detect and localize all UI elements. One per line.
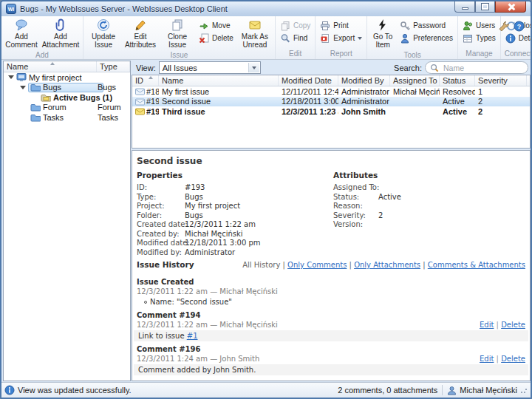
sort-ascending-icon <box>149 76 153 79</box>
filter-comments-attachments-link[interactable]: Comments & Attachments <box>428 261 525 269</box>
issue-row-unread[interactable]: #195 Third issue 12/3/2011 1:23 am John … <box>132 106 530 117</box>
attribute-value: Active <box>378 193 401 202</box>
tree-column-type[interactable]: Type <box>97 61 130 72</box>
tree-item-project[interactable]: My first project <box>4 72 130 83</box>
bullet-icon <box>144 301 147 304</box>
comment-title: Comment #196 <box>137 345 200 353</box>
tree-item-active-bugs[interactable]: Active Bugs (1) <box>4 92 130 103</box>
mark-as-unread-button[interactable]: Mark As Unread <box>236 17 273 51</box>
key-icon <box>400 21 410 31</box>
copy-button[interactable]: Copy <box>277 19 313 32</box>
tree-type-value: Forum <box>98 103 121 112</box>
add-comment-button[interactable]: Add Comment <box>3 17 40 51</box>
read-envelope-icon <box>135 87 145 95</box>
print-button[interactable]: Print <box>317 19 365 32</box>
issue-details-panel: Second issue Properties ID:#193 Type:Bug… <box>132 150 531 381</box>
project-icon <box>16 72 27 82</box>
view-select[interactable]: All Issues <box>159 61 261 74</box>
person-gear-icon <box>400 33 410 44</box>
property-value: #193 <box>185 183 205 193</box>
help-icon[interactable]: ? <box>514 21 525 32</box>
clone-issue-button[interactable]: Clone Issue <box>159 17 196 51</box>
column-modified-date[interactable]: Modified Date <box>279 75 338 86</box>
move-arrow-icon <box>199 21 209 31</box>
group-label-manage: Manage <box>460 50 499 59</box>
edit-attributes-button[interactable]: Edit Attributes <box>122 17 159 51</box>
add-attachment-button[interactable]: Add Attachment <box>40 17 81 51</box>
users-button[interactable]: Users <box>460 19 499 32</box>
attribute-label: Status: <box>333 193 378 202</box>
preferences-button[interactable]: Preferences <box>397 32 456 44</box>
sort-ascending-icon <box>50 62 55 65</box>
go-to-item-button[interactable]: Go To Item <box>369 17 397 51</box>
delete-comment-link[interactable]: Delete <box>501 321 525 329</box>
issue-row[interactable]: #188 My first issue 12/11/2011 12:46 pm … <box>132 86 530 97</box>
delete-button[interactable]: Delete <box>196 32 236 44</box>
column-status[interactable]: Status <box>440 75 475 86</box>
group-label-connection: Connection <box>502 50 532 59</box>
details-button[interactable]: Details <box>502 32 532 44</box>
issue-link[interactable]: #1 <box>187 332 198 340</box>
search-icon <box>280 33 290 44</box>
attributes-heading: Attributes <box>333 171 401 180</box>
chevron-down-icon <box>252 66 256 69</box>
column-id[interactable]: ID <box>132 75 159 86</box>
edit-comment-link[interactable]: Edit <box>480 355 494 363</box>
delete-comment-link[interactable]: Delete <box>501 355 525 363</box>
toolbar: Add Comment Add Attachment Add Update Is… <box>1 16 531 60</box>
resize-grip[interactable] <box>520 386 528 394</box>
clone-icon <box>171 18 184 32</box>
property-label: Created by: <box>137 230 185 239</box>
filter-all-history[interactable]: All History <box>242 261 280 269</box>
issue-history-heading: Issue History <box>137 260 194 269</box>
tree-column-name[interactable]: Name <box>4 61 97 72</box>
property-label: Type: <box>137 193 185 202</box>
app-window: WI Bugs - My WebIssues Server - WebIssue… <box>0 0 532 399</box>
search-input[interactable] <box>442 63 523 73</box>
update-issue-button[interactable]: Update Issue <box>85 17 122 51</box>
property-value: 12/3/2011 1:22 am <box>185 220 256 230</box>
close-icon <box>507 4 515 10</box>
property-value: Bugs <box>185 193 203 202</box>
tree-item-forum[interactable]: Forum Forum <box>4 103 130 113</box>
group-label-report: Report <box>317 50 365 59</box>
edit-comment-link[interactable]: Edit <box>480 321 494 329</box>
column-modified-by[interactable]: Modified By <box>338 75 390 86</box>
export-button[interactable]: Export <box>317 32 365 44</box>
collapse-arrow-icon[interactable] <box>8 75 14 79</box>
types-button[interactable]: Types <box>460 32 499 44</box>
filter-only-comments-link[interactable]: Only Comments <box>287 261 347 269</box>
settings-wrench-icon[interactable] <box>498 21 509 32</box>
info-icon <box>4 385 15 395</box>
property-label: Project: <box>137 202 185 211</box>
column-assigned-to[interactable]: Assigned To <box>390 75 440 86</box>
tree-item-bugs[interactable]: Bugs Bugs <box>4 83 130 93</box>
find-button[interactable]: Find <box>277 32 313 44</box>
pencil-icon <box>134 18 147 32</box>
copy-icon <box>280 21 290 31</box>
attribute-label: Assigned To: <box>333 183 378 193</box>
password-button[interactable]: Password <box>397 19 456 32</box>
comment-meta: 12/3/2011 1:22 am — Michał Męciński <box>137 321 278 329</box>
ribbon-group-tools: Go To Item Password Preferences Tools <box>367 16 458 59</box>
maximize-icon <box>482 4 488 10</box>
attachment-icon <box>54 18 67 32</box>
search-box[interactable] <box>425 61 528 74</box>
column-severity[interactable]: Severity <box>475 75 527 86</box>
status-bar: View was updated successfully. 2 comment… <box>1 382 531 398</box>
tree-item-tasks[interactable]: Tasks Tasks <box>4 112 130 123</box>
column-name[interactable]: Name <box>159 75 279 86</box>
group-label-add: Add <box>3 51 81 60</box>
issue-row-selected[interactable]: #193 Second issue 12/18/2011 3:00 pm Adm… <box>132 97 530 107</box>
minimize-button[interactable] <box>454 1 475 13</box>
printer-icon <box>320 21 330 31</box>
filter-only-attachments-link[interactable]: Only Attachments <box>354 261 420 269</box>
read-envelope-icon <box>135 98 145 106</box>
folders-tree-panel: Name Type My first project Bugs Bugs Act… <box>3 61 131 381</box>
comment-body: Comment added by John Smith. <box>134 364 528 375</box>
close-window-button[interactable] <box>495 1 526 13</box>
move-button[interactable]: Move <box>196 19 236 32</box>
export-dropdown-icon <box>358 37 362 40</box>
collapse-arrow-icon[interactable] <box>20 86 26 89</box>
maximize-button[interactable] <box>475 1 495 13</box>
